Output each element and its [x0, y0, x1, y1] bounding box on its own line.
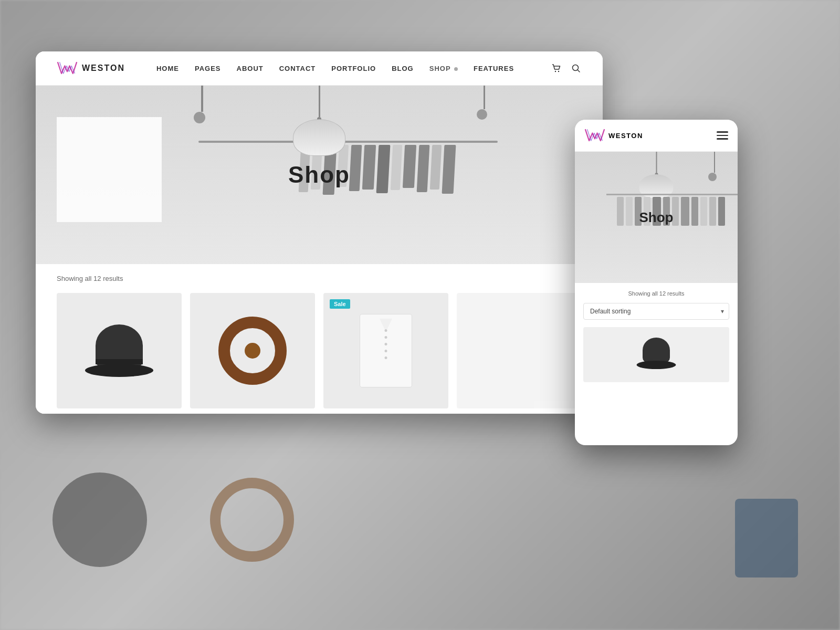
pulley-right [481, 86, 488, 120]
mobile-sort-select[interactable]: Default sorting [583, 303, 729, 320]
mobile-hero: Shop [575, 152, 738, 283]
sale-badge: Sale [330, 299, 350, 309]
nav-link-pages[interactable]: PAGES [195, 65, 221, 72]
svg-point-1 [558, 71, 559, 72]
product-image-partial [457, 293, 582, 408]
nav-link-portfolio[interactable]: PORTFOLIO [331, 65, 376, 72]
clothes-rail [198, 141, 498, 143]
belt-illustration [218, 317, 287, 385]
hat-illustration [82, 314, 156, 387]
product-image-shirt [323, 293, 448, 408]
product-image-hat [57, 293, 182, 408]
mobile-navbar: WESTON [575, 120, 738, 152]
svg-line-3 [578, 70, 580, 72]
mobile-content: Showing all 12 results Default sorting ▾ [575, 283, 738, 390]
bg-hat [52, 472, 147, 567]
hamburger-menu[interactable] [717, 131, 728, 140]
search-icon[interactable] [570, 62, 582, 74]
hamburger-line-2 [717, 135, 728, 136]
products-grid: Sale [57, 293, 582, 408]
mobile-lamp [639, 152, 674, 198]
nav-link-about[interactable]: ABOUT [237, 65, 264, 72]
chevron-down-icon: ▾ [721, 308, 724, 315]
mobile-pulley-right [712, 152, 717, 181]
desktop-logo[interactable]: WESTON [57, 61, 125, 76]
pulley-left [198, 86, 205, 123]
nav-link-shop[interactable]: SHOP [429, 65, 458, 72]
hero-white-box [57, 117, 162, 222]
bg-belt [210, 478, 294, 562]
mobile-clothes [617, 197, 738, 226]
nav-active-dot [454, 67, 458, 71]
product-card-belt[interactable] [190, 293, 315, 408]
nav-link-contact[interactable]: CONTACT [279, 65, 316, 72]
results-count: Showing all 12 results [57, 275, 582, 282]
mobile-sort-wrapper: Default sorting ▾ [583, 303, 729, 320]
logo-icon [57, 61, 78, 76]
product-card-hat[interactable] [57, 293, 182, 408]
mobile-results-count: Showing all 12 results [583, 290, 729, 297]
hamburger-line-1 [717, 131, 728, 133]
nav-link-home[interactable]: HOME [156, 65, 179, 72]
shirt-illustration [360, 314, 412, 387]
mobile-hat-illustration [635, 337, 677, 373]
hanging-lamp [293, 86, 345, 156]
desktop-mockup: WESTON HOME PAGES ABOUT CONTACT PORTFOLI… [36, 51, 603, 414]
svg-point-0 [555, 71, 556, 72]
desktop-logo-text: WESTON [82, 64, 125, 73]
cart-icon[interactable] [550, 62, 562, 74]
desktop-nav-links: HOME PAGES ABOUT CONTACT PORTFOLIO BLOG … [156, 65, 550, 72]
desktop-content: Showing all 12 results [36, 264, 603, 414]
mobile-hero-title: Shop [639, 209, 674, 226]
mobile-logo-icon [584, 128, 605, 143]
product-image-belt [190, 293, 315, 408]
desktop-hero: Shop [36, 86, 603, 264]
mobile-rail [606, 194, 738, 195]
hamburger-line-3 [717, 138, 728, 140]
product-card-partial[interactable] [457, 293, 582, 408]
nav-link-features[interactable]: FEATURES [474, 65, 514, 72]
desktop-navbar: WESTON HOME PAGES ABOUT CONTACT PORTFOLI… [36, 51, 603, 86]
mobile-product-card-hat[interactable] [583, 327, 729, 382]
desktop-nav-icons [550, 62, 582, 74]
mobile-logo[interactable]: WESTON [584, 128, 643, 143]
bg-bag [735, 499, 798, 578]
nav-link-blog[interactable]: BLOG [392, 65, 414, 72]
hero-title: Shop [288, 162, 350, 188]
product-card-shirt[interactable]: Sale [323, 293, 448, 408]
mobile-mockup: WESTON [575, 120, 738, 445]
mobile-logo-text: WESTON [608, 132, 643, 140]
